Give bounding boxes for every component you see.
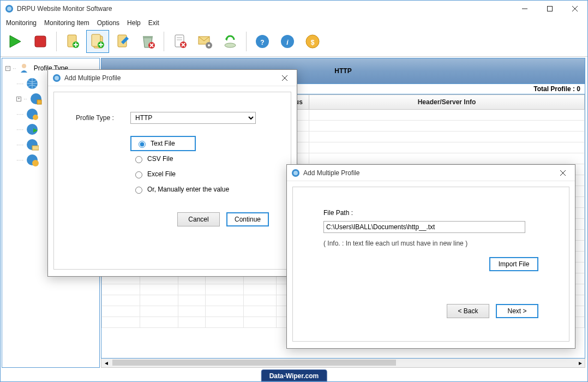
main-window: DRPU Website Monitor Software Monitoring… bbox=[0, 0, 588, 382]
app-title: DRPU Website Monitor Software bbox=[17, 5, 583, 13]
radio-csv-file[interactable]: CSV File bbox=[130, 151, 269, 166]
collapse-icon[interactable]: − bbox=[5, 66, 10, 71]
dialog2-close-button[interactable] bbox=[555, 165, 571, 181]
cancel-button[interactable]: Cancel bbox=[177, 212, 220, 226]
dialog2-title: Add Multiple Profile bbox=[303, 169, 555, 177]
scroll-left-icon[interactable]: ◂ bbox=[101, 359, 111, 367]
branding-badge: Data-Wiper.com bbox=[261, 369, 327, 381]
globe-lock-icon bbox=[29, 92, 43, 105]
menubar: Monitoring Monitoring Item Options Help … bbox=[1, 17, 587, 30]
total-profile-label: Total Profile : 0 bbox=[533, 85, 580, 93]
menu-options[interactable]: Options bbox=[97, 19, 119, 27]
dialog1-body: Profile Type : HTTP Text File CSV File E… bbox=[53, 92, 291, 270]
edit-profile-button[interactable] bbox=[111, 30, 134, 53]
profile-type-select[interactable]: HTTP bbox=[130, 112, 256, 124]
close-button[interactable] bbox=[562, 1, 587, 17]
radio-manual-input[interactable] bbox=[135, 187, 142, 194]
dialog-icon bbox=[291, 169, 300, 177]
radio-csv-file-input[interactable] bbox=[135, 156, 142, 163]
svg-point-40 bbox=[22, 64, 26, 68]
dialog1-footer: Cancel Continue bbox=[76, 197, 269, 226]
continue-button[interactable]: Continue bbox=[226, 212, 269, 226]
radio-text-file-input[interactable] bbox=[139, 141, 146, 148]
toolbar-separator bbox=[56, 32, 57, 51]
svg-rect-3 bbox=[548, 7, 553, 11]
globe-mail-icon bbox=[26, 138, 39, 151]
svg-point-51 bbox=[32, 160, 39, 166]
add-multiple-button[interactable] bbox=[86, 30, 109, 53]
radio-manual[interactable]: Or, Manually enter the value bbox=[130, 182, 269, 197]
purchase-button[interactable]: $ bbox=[301, 30, 324, 53]
titlebar: DRPU Website Monitor Software bbox=[1, 1, 587, 17]
dialog2-titlebar: Add Multiple Profile bbox=[287, 165, 575, 181]
svg-point-53 bbox=[55, 76, 59, 80]
main-header-label: HTTP bbox=[334, 67, 351, 75]
menu-exit[interactable]: Exit bbox=[148, 19, 159, 27]
svg-rect-43 bbox=[37, 100, 41, 104]
svg-text:?: ? bbox=[260, 39, 264, 46]
svg-rect-49 bbox=[32, 146, 39, 150]
mail-settings-button[interactable] bbox=[194, 30, 217, 53]
info-text: ( Info. : In text file each url must hav… bbox=[323, 240, 538, 247]
dialog2-body: File Path : ( Info. : In text file each … bbox=[292, 187, 569, 342]
filepath-input[interactable] bbox=[323, 221, 525, 233]
scroll-thumb[interactable] bbox=[112, 360, 396, 366]
radio-csv-file-label: CSV File bbox=[147, 155, 173, 163]
globe-gear-icon bbox=[26, 108, 39, 121]
minimize-button[interactable] bbox=[512, 1, 537, 17]
import-file-button[interactable]: Import File bbox=[489, 257, 538, 271]
add-profile-button[interactable] bbox=[61, 30, 84, 53]
horizontal-scrollbar[interactable]: ◂ ▸ bbox=[101, 359, 585, 368]
add-multiple-profile-filepath-dialog: Add Multiple Profile File Path : ( Info.… bbox=[286, 164, 575, 349]
svg-point-45 bbox=[33, 115, 38, 120]
refresh-button[interactable] bbox=[219, 30, 242, 53]
doc-disable-button[interactable] bbox=[169, 30, 191, 53]
svg-point-57 bbox=[293, 171, 298, 175]
filepath-label: File Path : bbox=[323, 209, 538, 217]
next-button[interactable]: Next > bbox=[496, 304, 538, 318]
play-button[interactable] bbox=[4, 30, 27, 53]
app-icon bbox=[5, 4, 14, 13]
dialog1-titlebar: Add Multiple Profile bbox=[48, 70, 297, 86]
profile-type-row: Profile Type : HTTP bbox=[76, 112, 269, 124]
stop-button[interactable] bbox=[29, 30, 52, 53]
svg-text:$: $ bbox=[311, 39, 315, 46]
svg-rect-7 bbox=[35, 36, 46, 47]
profile-root-icon bbox=[19, 62, 32, 75]
toolbar-separator bbox=[246, 32, 247, 51]
add-multiple-profile-dialog: Add Multiple Profile Profile Type : HTTP… bbox=[47, 69, 297, 277]
dialog1-close-button[interactable] bbox=[277, 70, 292, 86]
delete-profile-button[interactable] bbox=[136, 30, 159, 53]
toolbar-separator bbox=[164, 32, 164, 51]
dialog-icon bbox=[52, 74, 61, 82]
dialog2-footer: < Back Next > bbox=[323, 271, 538, 318]
svg-point-1 bbox=[7, 7, 11, 11]
maximize-button[interactable] bbox=[537, 1, 562, 17]
globe-icon bbox=[26, 77, 39, 90]
menu-monitoring[interactable]: Monitoring bbox=[6, 19, 37, 27]
radio-excel-file-input[interactable] bbox=[135, 171, 142, 178]
help-button[interactable]: ? bbox=[251, 30, 274, 53]
radio-excel-file[interactable]: Excel File bbox=[130, 166, 269, 182]
source-radio-group: Text File CSV File Excel File Or, Manual… bbox=[130, 136, 269, 197]
svg-point-32 bbox=[225, 43, 236, 47]
info-button[interactable]: i bbox=[276, 30, 299, 53]
svg-point-31 bbox=[208, 44, 210, 46]
radio-manual-label: Or, Manually enter the value bbox=[147, 186, 229, 193]
svg-point-46 bbox=[27, 124, 38, 135]
radio-text-file[interactable]: Text File bbox=[130, 136, 196, 151]
back-button[interactable]: < Back bbox=[447, 304, 489, 318]
profile-type-label: Profile Type : bbox=[76, 114, 125, 122]
expand-icon[interactable]: + bbox=[16, 97, 21, 102]
globe-dollar-icon bbox=[26, 153, 39, 166]
menu-help[interactable]: Help bbox=[127, 19, 141, 27]
scroll-right-icon[interactable]: ▸ bbox=[575, 359, 585, 367]
dialog1-title: Add Multiple Profile bbox=[64, 74, 277, 82]
radio-excel-file-label: Excel File bbox=[147, 170, 176, 178]
svg-rect-19 bbox=[143, 36, 153, 38]
menu-monitoring-item[interactable]: Monitoring Item bbox=[44, 19, 89, 27]
col-header-info[interactable]: Header/Server Info bbox=[309, 95, 585, 110]
window-controls bbox=[512, 1, 587, 17]
toolbar: ? i $ bbox=[1, 30, 587, 57]
svg-marker-6 bbox=[10, 35, 21, 47]
